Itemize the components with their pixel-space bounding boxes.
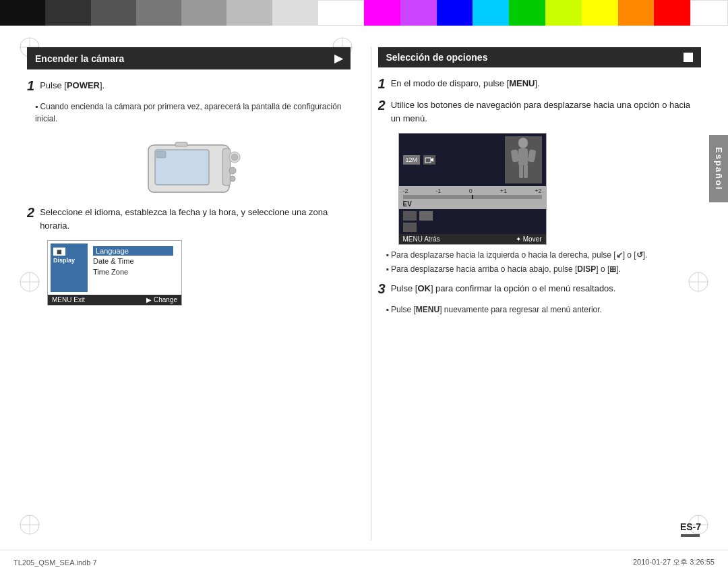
left-section-title: Encender la cámara (35, 53, 124, 64)
left-step-1-text: Pulse [POWER]. (40, 80, 104, 90)
right-section-header: Selección de opciones (378, 47, 702, 67)
camera-menu-screen: 12M (398, 133, 547, 245)
content-columns: Encender la cámara ▶ 1 Pulse [POWER]. Cu… (27, 47, 701, 540)
menu-items-list: Language Date & Time Time Zone (88, 243, 179, 292)
left-step-2-text: Seleccione el idioma, establezca la fech… (40, 207, 328, 231)
swatch-cyan (473, 0, 509, 26)
right-step-1: 1 En el modo de disparo, pulse [MENU]. (378, 77, 702, 90)
cam-icon-row-4 (403, 223, 542, 232)
right-step-2-bullet-1: Para desplazarse hacia la izquierda o ha… (378, 249, 702, 261)
left-column: Encender la cámara ▶ 1 Pulse [POWER]. Cu… (27, 47, 357, 540)
right-column: Selección de opciones 1 En el modo de di… (371, 47, 702, 540)
cam-icon-3 (403, 211, 417, 221)
right-step-3-num: 3 (378, 282, 386, 295)
menu-display-icon: ▦ Display (53, 248, 75, 264)
swatch-lighter (272, 0, 317, 26)
ev-label-0: 0 (469, 188, 473, 194)
right-step-1-text: En el modo de disparo, pulse [MENU]. (391, 78, 540, 88)
svg-rect-31 (518, 148, 528, 165)
svg-rect-34 (519, 165, 523, 178)
main-content: Encender la cámara ▶ 1 Pulse [POWER]. Cu… (27, 47, 701, 540)
power-bold: POWER (67, 80, 100, 90)
swatch-violet (400, 0, 437, 26)
figure-silhouette (505, 136, 542, 183)
svg-marker-29 (431, 158, 433, 162)
cam-menu-top-row: 12M (399, 134, 546, 186)
svg-rect-33 (527, 149, 536, 162)
menu-footer-exit: MENU Exit (52, 296, 85, 304)
svg-rect-28 (425, 158, 431, 163)
swatch-mid-gray (91, 0, 136, 26)
svg-rect-21 (222, 148, 231, 185)
left-step-2-num: 2 (27, 206, 34, 219)
ev-bar-cursor (472, 195, 473, 199)
camera-illustration (135, 132, 243, 199)
swatch-green (509, 0, 545, 26)
ev-label-minus1: -1 (436, 188, 442, 194)
language-tab-label: Español (714, 147, 724, 191)
ev-label-plus1: +1 (500, 188, 507, 194)
disp-label: DISP (577, 264, 596, 274)
top-bar-left (0, 0, 364, 26)
cam-icon-2 (423, 155, 435, 165)
top-color-bar (0, 0, 728, 26)
left-section-header: Encender la cámara ▶ (27, 47, 351, 69)
swatch-yellow-green (545, 0, 582, 26)
ok-bold: OK (417, 283, 431, 293)
page-number: ES-7 (680, 521, 701, 532)
left-step-1-num: 1 (27, 79, 34, 92)
right-section-title: Selección de opciones (386, 52, 488, 63)
svg-point-23 (231, 154, 238, 161)
language-tab: Español (709, 135, 728, 202)
cam-icon-4 (419, 211, 433, 221)
ev-bar-container: -2 -1 0 +1 +2 EV (399, 186, 546, 209)
right-step-3-text: Pulse [OK] para confirmar la opción o el… (391, 283, 616, 293)
right-step-2-num: 2 (378, 98, 386, 112)
menu-item-timezone: Time Zone (93, 266, 173, 277)
camera-svg (135, 132, 243, 199)
swatch-orange (618, 0, 655, 26)
svg-rect-35 (524, 165, 528, 178)
left-step-1: 1 Pulse [POWER]. (27, 79, 351, 92)
page-num-underline (681, 534, 700, 537)
swatch-light-gray (181, 0, 226, 26)
menu-bold-2: MENU (416, 305, 439, 314)
footer-right-text: 2010-01-27 오후 3:26:55 (633, 557, 715, 567)
svg-rect-32 (510, 149, 519, 162)
menu-footer-left-screen: MENU Exit ▶ Change (48, 295, 181, 305)
swatch-yellow (582, 0, 618, 26)
menu-screen-body: ▦ Display Language Date & Time Time Zone (48, 241, 181, 295)
right-step-2: 2 Utilice los botones de navegación para… (378, 98, 702, 125)
menu-screen-left: ▦ Display Language Date & Time Time Zone… (47, 240, 182, 306)
bottom-bar: TL205_QSM_SEA.indb 7 2010-01-27 오후 3:26:… (0, 550, 728, 574)
swatch-silver (226, 0, 272, 26)
menu-display-label: ▦ Display (51, 243, 88, 292)
left-step-1-bullet: Cuando encienda la cámara por primera ve… (27, 101, 351, 125)
svg-point-30 (518, 138, 528, 148)
cam-menu-footer: MENU Atrás ✦ Mover (399, 234, 546, 244)
left-step-2: 2 Seleccione el idioma, establezca la fe… (27, 206, 351, 232)
svg-point-24 (229, 167, 236, 174)
swatch-gray (136, 0, 181, 26)
footer-left-text: TL205_QSM_SEA.indb 7 (13, 558, 97, 567)
right-arrow-icon: ▶ (334, 52, 342, 65)
swatch-black (0, 0, 45, 26)
right-step-2-text: Utilice los botones de navegación para d… (391, 100, 690, 123)
top-bar-right (364, 0, 728, 26)
cam-icon-rows (399, 209, 546, 234)
cam-icon-row-3 (403, 211, 542, 221)
ev-label-minus2: -2 (403, 188, 408, 194)
ev-bar-track (403, 195, 542, 199)
right-step-3-bullet: Pulse [MENU] nuevamente para regresar al… (378, 304, 702, 316)
swatch-white (317, 0, 364, 26)
swatch-red (654, 0, 690, 26)
swatch-blue (437, 0, 473, 26)
menu-bold-1: MENU (509, 78, 535, 88)
right-step-1-num: 1 (378, 77, 386, 90)
cam-icon-5 (403, 223, 417, 232)
swatch-white2 (690, 0, 728, 26)
ev-label-plus2: +2 (535, 188, 541, 194)
page-number-area: ES-7 (680, 521, 701, 537)
ev-label-text: EV (403, 200, 542, 208)
ev-labels-row: -2 -1 0 +1 +2 (403, 188, 542, 195)
